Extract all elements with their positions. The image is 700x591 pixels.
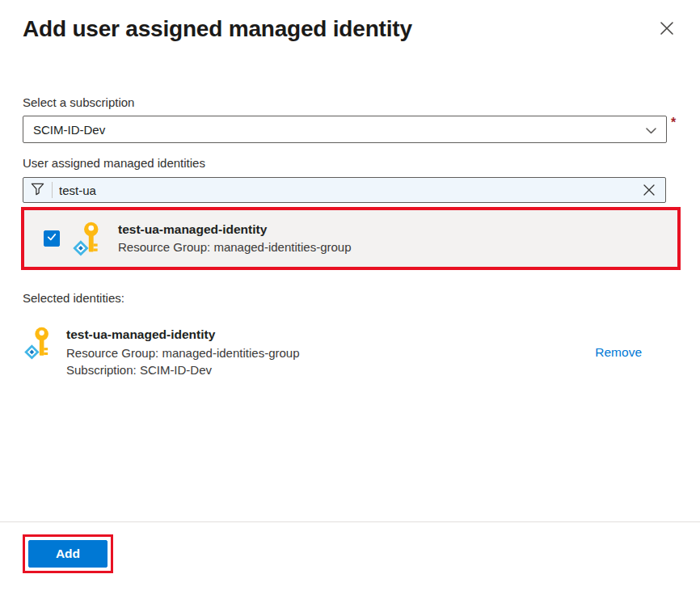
remove-link[interactable]: Remove bbox=[595, 345, 642, 360]
identities-label: User assigned managed identities bbox=[23, 156, 679, 170]
selected-identity-name: test-ua-managed-identity bbox=[66, 326, 585, 344]
managed-identity-icon bbox=[71, 221, 107, 256]
subscription-dropdown[interactable]: SCIM-ID-Dev bbox=[23, 116, 667, 143]
identity-filter-box bbox=[23, 177, 666, 203]
panel-header: Add user assigned managed identity bbox=[23, 13, 679, 45]
panel-footer: Add bbox=[0, 521, 700, 591]
identity-result-row[interactable]: test-ua-managed-identity Resource Group:… bbox=[24, 210, 677, 267]
selected-identity-subscription: Subscription: SCIM-ID-Dev bbox=[66, 361, 585, 379]
identity-result-text: test-ua-managed-identity Resource Group:… bbox=[118, 221, 352, 256]
selected-identity-text: test-ua-managed-identity Resource Group:… bbox=[66, 326, 585, 379]
selected-identity-resource-group: Resource Group: managed-identities-group bbox=[66, 344, 585, 362]
annotation-box-result: test-ua-managed-identity Resource Group:… bbox=[21, 207, 681, 270]
selected-identities-label: Selected identities: bbox=[23, 291, 679, 305]
filter-separator bbox=[52, 182, 53, 198]
clear-filter-button[interactable] bbox=[639, 180, 659, 200]
identity-name: test-ua-managed-identity bbox=[118, 221, 352, 239]
subscription-field: SCIM-ID-Dev * bbox=[23, 116, 679, 143]
chevron-down-icon bbox=[646, 123, 656, 137]
identity-filter-input[interactable] bbox=[59, 184, 633, 197]
identity-resource-group: Resource Group: managed-identities-group bbox=[118, 239, 352, 256]
add-button[interactable]: Add bbox=[28, 540, 108, 568]
subscription-label: Select a subscription bbox=[23, 95, 679, 109]
close-button[interactable] bbox=[655, 16, 679, 40]
clear-icon bbox=[643, 187, 656, 199]
managed-identity-icon bbox=[23, 326, 57, 360]
required-asterisk: * bbox=[671, 119, 679, 127]
selected-identity-row: test-ua-managed-identity Resource Group:… bbox=[23, 326, 679, 379]
identity-checkbox[interactable] bbox=[44, 230, 60, 247]
filter-icon bbox=[30, 181, 45, 200]
add-identity-panel: Add user assigned managed identity Selec… bbox=[0, 0, 700, 591]
check-icon bbox=[46, 231, 57, 246]
annotation-box-add: Add bbox=[23, 534, 113, 573]
subscription-value: SCIM-ID-Dev bbox=[33, 123, 105, 137]
close-icon bbox=[660, 26, 674, 38]
page-title: Add user assigned managed identity bbox=[23, 13, 412, 45]
